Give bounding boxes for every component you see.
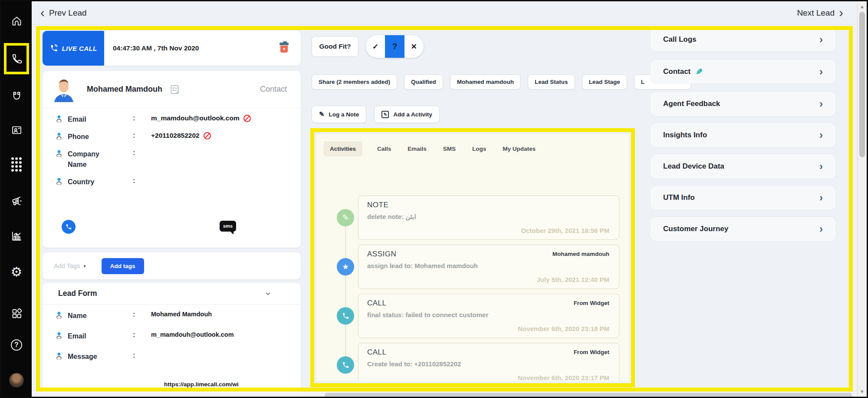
checklist-icon[interactable] [169,84,181,95]
delete-lead-button[interactable]: ✕ [280,43,288,53]
horizontal-scroll-thumb[interactable] [325,393,852,398]
tab-my-updates[interactable]: My Updates [501,141,537,156]
email-value[interactable]: m_mamdouh@outlook.com [151,114,240,122]
star-icon: ★ [337,258,354,275]
next-lead-button[interactable]: Next Lead › [797,1,843,25]
vertical-scroll-thumb[interactable] [859,12,865,157]
tab-activities[interactable]: Activities [323,141,362,156]
sidebar-item-help[interactable]: ? [1,335,32,355]
leadform-email-value: m_mamdouh@outlook.com [151,331,234,338]
top-navigation-bar: ‹ Prev Lead Next Lead › [32,1,857,25]
tab-calls[interactable]: Calls [375,141,393,156]
edit-pencil-icon[interactable]: ✎ [696,67,703,77]
sidebar-item-dialpad[interactable] [1,155,32,174]
timeline-call-card[interactable]: CALL From Widget Create lead to: +201102… [358,343,619,381]
qualified-chip[interactable]: Qualified [404,74,443,90]
add-tags-dropdown[interactable]: Add Tags ▾ [54,262,86,269]
lead-stage-chip[interactable]: Lead Stage [582,74,627,90]
user-avatar [9,373,24,388]
question-icon: ? [392,42,398,51]
add-activity-button[interactable]: ✎ Add a Activity [374,106,440,123]
leadform-row-email: Email : m_mamdouh@outlook.com [56,331,294,341]
tab-sms[interactable]: SMS [441,141,457,156]
call-timestamp: 04:47:30 AM , 7th Nov 2020 [113,31,199,66]
good-fit-button[interactable]: Good Fit? [312,36,358,57]
person-pin-icon [56,311,68,321]
tab-emails[interactable]: Emails [406,141,428,156]
live-call-label: LIVE CALL [62,45,97,52]
apps-grid-icon [11,308,23,319]
sidebar-item-calls[interactable] [1,49,32,68]
sidebar-item-callbacks[interactable] [1,86,32,106]
contact-card: Mohamed Mamdouh Contact Email : m_mamdou… [43,71,301,248]
contact-card-icon [11,124,23,136]
fit-no-option[interactable]: ✕ [404,35,424,58]
log-note-button[interactable]: ✎ Log a Note [312,106,366,123]
sidebar-item-contacts[interactable] [1,120,32,139]
sms-icon: sms [223,223,233,229]
sidebar-item-home[interactable] [1,11,32,30]
contact-name: Mohamed Mamdouh [87,85,162,94]
collapse-chevron-icon[interactable]: › [262,292,273,295]
timeline-note-card[interactable]: NOTE delete note: ابئن October 29th, 202… [358,196,619,240]
sidebar-item-campaigns[interactable] [1,191,32,210]
tab-logs[interactable]: Logs [470,141,488,156]
phone-value[interactable]: +201102852202 [151,132,200,139]
caret-down-icon: ▾ [83,263,86,269]
rail-item-agent-feedback[interactable]: Agent Feedback › [650,92,836,116]
leadform-row-name: Name : Mohamed Mamdouh [56,311,294,321]
field-row-company: Company Name : [56,149,292,169]
rail-item-insights-info[interactable]: Insights Info › [650,123,836,147]
live-call-phone-icon [49,44,58,53]
call-button[interactable] [62,220,76,234]
fit-rating-segment: ✓ ? ✕ [366,35,424,58]
live-call-badge[interactable]: LIVE CALL [43,31,104,66]
timeline-meta: Mohamed mamdouh [552,251,609,257]
fit-yes-option[interactable]: ✓ [366,35,385,58]
phone-icon [11,53,23,65]
blocked-icon [243,115,251,122]
chevron-right-icon: › [819,161,823,172]
chevron-left-icon: ‹ [40,6,45,19]
lead-action-chips: Share (2 members added) Qualified Mohame… [312,74,691,90]
sidebar-item-settings[interactable]: ⚙ [1,262,32,282]
chevron-right-icon: › [819,34,823,45]
add-tags-button[interactable]: Add tags [102,258,144,274]
help-icon: ? [11,339,22,351]
cross-icon: ✕ [411,42,417,51]
scroll-up-arrow[interactable]: ▲ [858,4,867,9]
chevron-right-icon: › [819,192,823,203]
contact-type-label: Contact [260,85,287,94]
pencil-icon: ✎ [319,110,325,118]
sidebar-item-analytics[interactable] [1,226,32,245]
field-row-country: Country : [56,177,292,187]
sidebar-item-profile[interactable] [1,371,32,390]
contact-avatar [52,77,76,102]
lead-status-chip[interactable]: Lead Status [528,74,575,90]
sms-button[interactable]: sms [220,221,236,232]
rail-item-call-logs[interactable]: Call Logs › [650,27,836,52]
share-chip[interactable]: Share (2 members added) [312,74,397,90]
timeline-assign-card[interactable]: ASSIGN Mohamed mamdouh assign lead to: M… [358,245,619,289]
contact-header: Mohamed Mamdouh Contact [43,71,301,108]
person-pin-icon [56,149,68,159]
prev-lead-button[interactable]: ‹ Prev Lead [40,1,87,25]
rail-item-customer-journey[interactable]: Customer Journey › [650,217,836,241]
person-pin-icon [56,177,68,187]
sidebar-item-apps[interactable] [1,304,32,323]
rail-item-utm-info[interactable]: UTM Info › [650,186,836,210]
rail-item-contact[interactable]: Contact✎ › [650,60,836,84]
timeline-timestamp: July 5th, 2021 12:40 PM [536,276,609,283]
fit-maybe-option-selected[interactable]: ? [385,35,404,58]
lead-form-header[interactable]: Lead Form › [43,283,301,305]
vertical-scrollbar[interactable]: ▲ ▼ [857,1,867,397]
app-sidebar: ⚙ ? [1,1,32,397]
next-lead-label: Next Lead [797,8,835,18]
owner-chip[interactable]: Mohamed mamdouh [450,74,521,90]
chevron-right-icon: › [819,99,823,109]
timeline-call-card[interactable]: CALL From Widget final status: failed to… [358,294,619,338]
chevron-right-icon: › [819,130,823,140]
scroll-down-arrow[interactable]: ▼ [858,389,867,394]
home-icon [11,15,23,27]
rail-item-lead-device-data[interactable]: Lead Device Data › [650,154,836,179]
